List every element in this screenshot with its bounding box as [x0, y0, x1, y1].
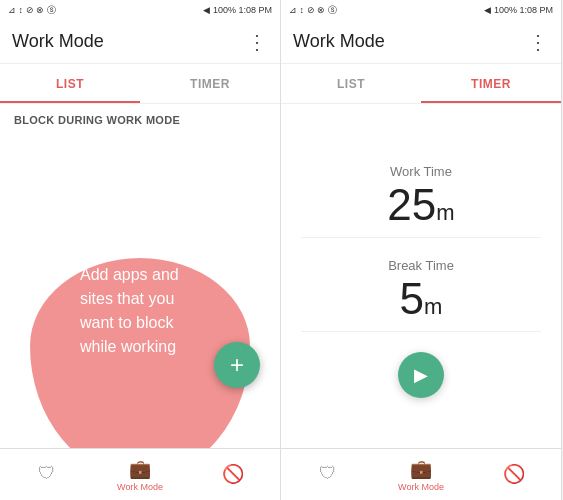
play-timer-button[interactable]: ▶ [398, 352, 444, 398]
work-time-unit: m [436, 200, 454, 225]
left-panel: ⊿ ↕ ⊘ ⊗ ⓢ ◀ 100% 1:08 PM Work Mode ⋮ LIS… [0, 0, 281, 500]
block-nav-icon-left: 🚫 [222, 463, 244, 485]
break-time-label: Break Time [388, 258, 454, 273]
app-title-left: Work Mode [12, 31, 104, 52]
nav-item-work-right[interactable]: 💼 Work Mode [374, 458, 467, 492]
section-label: BLOCK DURING WORK MODE [0, 104, 280, 134]
tab-list-left[interactable]: LIST [0, 64, 140, 103]
work-nav-label-left: Work Mode [117, 482, 163, 492]
plus-icon: + [230, 351, 244, 379]
work-time-block: Work Time 25m [301, 154, 541, 238]
status-bar-right: ⊿ ↕ ⊘ ⊗ ⓢ ◀ 100% 1:08 PM [281, 0, 561, 20]
status-icons-right-r: ◀ 100% 1:08 PM [484, 5, 553, 15]
work-time-number: 25 [387, 180, 436, 229]
notification-icons-r: ⊿ ↕ ⊘ ⊗ ⓢ [289, 4, 337, 17]
timer-content-area: Work Time 25m Break Time 5m ▶ [281, 104, 561, 448]
block-nav-icon-right: 🚫 [503, 463, 525, 485]
app-header-left: Work Mode ⋮ [0, 20, 280, 64]
more-menu-icon-left[interactable]: ⋮ [247, 32, 268, 52]
tab-bar-right: LIST TIMER [281, 64, 561, 104]
notification-icons: ⊿ ↕ ⊘ ⊗ ⓢ [8, 4, 56, 17]
status-icons-left: ⊿ ↕ ⊘ ⊗ ⓢ [8, 4, 56, 17]
work-nav-icon-right: 💼 [410, 458, 432, 480]
break-time-number: 5 [400, 274, 424, 323]
break-time-block: Break Time 5m [301, 248, 541, 332]
work-time-value-container: 25m [387, 183, 454, 227]
nav-item-block-left[interactable]: 🚫 [187, 463, 280, 487]
status-bar-left: ⊿ ↕ ⊘ ⊗ ⓢ ◀ 100% 1:08 PM [0, 0, 280, 20]
tab-bar-left: LIST TIMER [0, 64, 280, 104]
work-nav-label-right: Work Mode [398, 482, 444, 492]
break-time-value-container: 5m [400, 277, 443, 321]
time-battery-r: ◀ 100% 1:08 PM [484, 5, 553, 15]
list-content-area: Add apps and sites that you want to bloc… [0, 134, 280, 448]
app-title-right: Work Mode [293, 31, 385, 52]
nav-item-work-left[interactable]: 💼 Work Mode [93, 458, 186, 492]
break-time-unit: m [424, 294, 442, 319]
nav-item-shield-left[interactable]: 🛡 [0, 463, 93, 486]
status-icons-right: ◀ 100% 1:08 PM [203, 5, 272, 15]
tab-timer-left[interactable]: TIMER [140, 64, 280, 103]
play-icon: ▶ [414, 364, 428, 386]
tab-list-right[interactable]: LIST [281, 64, 421, 103]
app-header-right: Work Mode ⋮ [281, 20, 561, 64]
status-icons-left-r: ⊿ ↕ ⊘ ⊗ ⓢ [289, 4, 337, 17]
empty-state-message: Add apps and sites that you want to bloc… [60, 243, 220, 379]
add-fab-button[interactable]: + [214, 342, 260, 388]
tab-timer-right[interactable]: TIMER [421, 64, 561, 103]
time-battery: ◀ 100% 1:08 PM [203, 5, 272, 15]
bottom-nav-right: 🛡 💼 Work Mode 🚫 [281, 448, 561, 500]
nav-item-block-right[interactable]: 🚫 [468, 463, 561, 487]
work-nav-icon-left: 💼 [129, 458, 151, 480]
bottom-nav-left: 🛡 💼 Work Mode 🚫 [0, 448, 280, 500]
shield-nav-icon-left: 🛡 [38, 463, 56, 484]
shield-nav-icon-right: 🛡 [319, 463, 337, 484]
right-panel: ⊿ ↕ ⊘ ⊗ ⓢ ◀ 100% 1:08 PM Work Mode ⋮ LIS… [281, 0, 562, 500]
more-menu-icon-right[interactable]: ⋮ [528, 32, 549, 52]
nav-item-shield-right[interactable]: 🛡 [281, 463, 374, 486]
work-time-label: Work Time [390, 164, 452, 179]
